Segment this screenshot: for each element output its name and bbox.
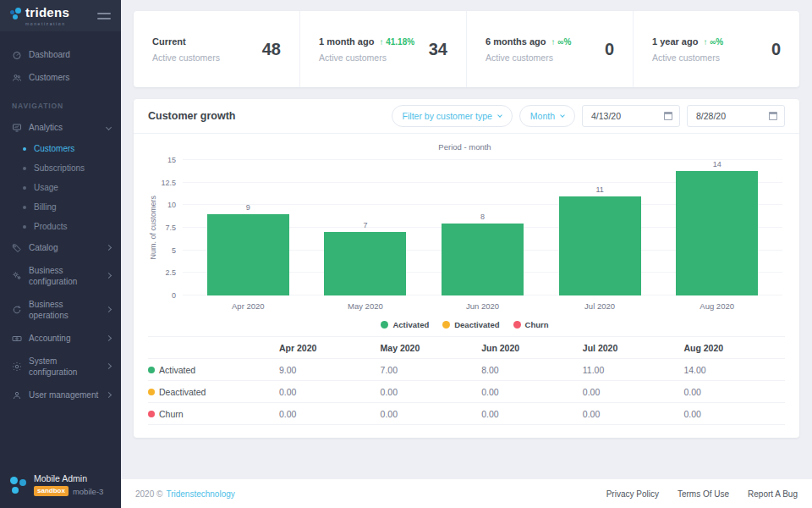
stat-title: 1 month ago xyxy=(319,36,374,47)
bar-group: 7 xyxy=(307,160,425,295)
brand-name: tridens xyxy=(25,6,69,19)
stat-title: Current xyxy=(152,36,186,47)
date-from-input[interactable] xyxy=(583,111,657,121)
sidebar-item-label: Dashboard xyxy=(29,49,99,60)
legend-label: Deactivated xyxy=(454,320,499,329)
growth-table: Apr 2020May 2020Jun 2020Jul 2020Aug 2020… xyxy=(148,336,785,425)
bar-group: 14 xyxy=(658,160,776,295)
chevron-right-icon xyxy=(106,306,112,312)
filter-label: Month xyxy=(530,111,555,121)
sidebar: tridens monetization Dashboard Customers… xyxy=(0,0,121,508)
legend-item-deactivated[interactable]: Deactivated xyxy=(442,320,499,329)
chevron-right-icon xyxy=(106,363,112,369)
sandbox-badge: sandbox xyxy=(34,486,69,496)
chevron-down-icon xyxy=(497,113,502,118)
chevron-right-icon xyxy=(106,334,112,340)
report-a-bug-link[interactable]: Report A Bug xyxy=(748,489,798,499)
stat-change: ↑ ∞% xyxy=(551,37,572,47)
bullet-icon xyxy=(23,206,26,209)
brand-subtitle: monetization xyxy=(25,21,69,26)
bar-value-label: 11 xyxy=(595,185,603,194)
chart-controls: Filter by customer type Month xyxy=(392,105,785,127)
recycle-icon xyxy=(12,305,22,315)
bar-chart: Period - month Num. of customers 02.557.… xyxy=(134,134,799,329)
row-label-text: Churn xyxy=(159,409,184,419)
table-cell: 8.00 xyxy=(481,359,583,381)
stat-value: 0 xyxy=(771,40,781,59)
chevron-right-icon xyxy=(106,391,112,397)
table-cell: 0.00 xyxy=(583,403,684,425)
legend-item-activated[interactable]: Activated xyxy=(381,320,429,329)
sidebar-item-business-operations[interactable]: Business operations xyxy=(0,293,121,327)
sidebar-user[interactable]: Mobile Admin sandbox mobile-3 xyxy=(0,463,121,508)
table-cell: 0.00 xyxy=(381,381,482,403)
stat-title: 1 year ago xyxy=(652,36,698,47)
banknote-icon xyxy=(12,334,22,344)
sidebar-item-customers[interactable]: Customers xyxy=(0,66,121,89)
calendar-button[interactable] xyxy=(657,106,679,126)
sidebar-subitem-customers[interactable]: Customers xyxy=(0,139,121,158)
y-axis-tick: 15 xyxy=(167,157,176,164)
sidebar-item-system-configuration[interactable]: System configuration xyxy=(0,350,121,384)
sidebar-section-label: Navigation xyxy=(0,89,121,116)
chart-bars-layer: 9781114 xyxy=(183,160,782,295)
filter-label: Filter by customer type xyxy=(403,111,492,121)
sidebar-menu: Dashboard Customers Navigation Analytics… xyxy=(0,31,121,463)
y-axis-title: Num. of customers xyxy=(147,160,159,295)
date-to-input[interactable] xyxy=(688,111,762,121)
sidebar-header: tridens monetization xyxy=(0,0,121,31)
privacy-policy-link[interactable]: Privacy Policy xyxy=(606,489,659,499)
sidebar-subitem-label: Billing xyxy=(34,202,57,212)
customer-growth-panel: Customer growth Filter by customer type … xyxy=(134,99,799,438)
sidebar-subitem-label: Customers xyxy=(34,144,74,153)
sidebar-subitem-subscriptions[interactable]: Subscriptions xyxy=(0,158,121,178)
sidebar-subitem-products[interactable]: Products xyxy=(0,217,121,236)
x-axis-label: May 2020 xyxy=(307,301,425,311)
stat-card-1-year: 1 year ago↑ ∞% Active customers 0 xyxy=(634,11,799,87)
calendar-button[interactable] xyxy=(762,106,784,126)
sidebar-item-business-configuration[interactable]: Business configuration xyxy=(0,259,121,293)
bar-group: 11 xyxy=(541,160,659,295)
menu-toggle-icon[interactable] xyxy=(97,10,111,22)
y-axis-tick: 12.5 xyxy=(161,179,176,186)
legend-item-churn[interactable]: Churn xyxy=(513,320,549,329)
cogs-icon xyxy=(12,271,22,281)
analytics-monitor-icon xyxy=(12,123,22,133)
sidebar-item-analytics[interactable]: Analytics xyxy=(0,116,121,139)
users-icon xyxy=(12,73,22,83)
terms-of-use-link[interactable]: Terms Of Use xyxy=(678,489,729,499)
bar-value-label: 8 xyxy=(480,213,485,221)
table-cell: 0.00 xyxy=(481,403,583,425)
period-filter-dropdown[interactable]: Month xyxy=(519,105,575,127)
stat-change: ↑ ∞% xyxy=(703,37,723,47)
x-axis-label: Apr 2020 xyxy=(189,301,307,311)
sidebar-item-label: Catalog xyxy=(29,242,99,253)
stat-value: 34 xyxy=(429,40,447,59)
row-label-text: Activated xyxy=(159,365,195,375)
bullet-icon xyxy=(23,186,26,190)
table-cell: 0.00 xyxy=(381,403,482,425)
sidebar-item-accounting[interactable]: Accounting xyxy=(0,327,121,350)
table-cell: 11.00 xyxy=(583,359,684,381)
y-axis-tick: 7.5 xyxy=(165,224,176,232)
stat-sublabel: Active customers xyxy=(486,52,571,63)
company-link[interactable]: Tridenstechnology xyxy=(166,489,234,499)
series-dot-icon xyxy=(148,389,155,395)
bar-value-label: 14 xyxy=(713,160,721,168)
sidebar-item-catalog[interactable]: Catalog xyxy=(0,236,121,259)
customer-type-filter-dropdown[interactable]: Filter by customer type xyxy=(392,105,513,127)
sidebar-item-user-management[interactable]: User management xyxy=(0,384,121,406)
table-cell: 0.00 xyxy=(279,403,381,425)
sidebar-subitem-billing[interactable]: Billing xyxy=(0,197,121,217)
app-root: tridens monetization Dashboard Customers… xyxy=(0,0,812,508)
legend-label: Activated xyxy=(392,320,429,329)
brand-logo[interactable]: tridens monetization xyxy=(10,6,69,26)
table-cell: 0.00 xyxy=(481,381,583,403)
sidebar-item-label: Business operations xyxy=(29,299,99,321)
bar-activated xyxy=(676,171,758,295)
sidebar-subitem-usage[interactable]: Usage xyxy=(0,178,121,197)
sidebar-item-dashboard[interactable]: Dashboard xyxy=(0,43,121,66)
sidebar-item-label: User management xyxy=(29,389,99,400)
user-name: Mobile Admin xyxy=(34,473,103,483)
table-cell: 14.00 xyxy=(683,359,785,381)
